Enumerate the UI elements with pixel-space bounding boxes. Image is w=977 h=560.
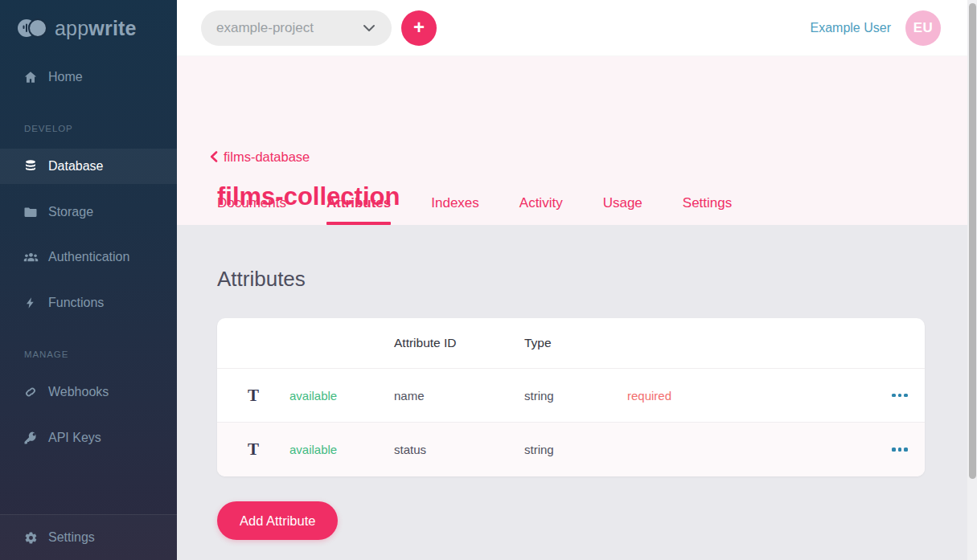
sidebar-item-authentication[interactable]: Authentication bbox=[0, 239, 177, 275]
app-window: appwrite Home DEVELOP Database bbox=[0, 0, 977, 560]
topbar: example-project + Example User EU bbox=[177, 0, 967, 56]
user-menu-name[interactable]: Example User bbox=[811, 21, 891, 35]
tab-usage[interactable]: Usage bbox=[603, 181, 642, 225]
scrollbar-thumb[interactable] bbox=[969, 3, 976, 479]
sidebar-section-manage: MANAGE bbox=[24, 346, 68, 362]
table-row: T available status string bbox=[217, 422, 925, 476]
type-cell: string bbox=[524, 389, 627, 403]
attribute-id-cell: name bbox=[394, 389, 524, 403]
sidebar-item-label: API Keys bbox=[48, 431, 101, 445]
table-row: T available name string required bbox=[217, 368, 925, 422]
header-cell-type: Type bbox=[524, 336, 627, 350]
appwrite-logo-text: appwrite bbox=[55, 17, 137, 40]
status-badge: available bbox=[289, 389, 394, 403]
project-selector[interactable]: example-project bbox=[201, 10, 392, 46]
chevron-left-icon bbox=[209, 151, 219, 162]
sidebar-item-label: Webhooks bbox=[48, 385, 109, 399]
sidebar-item-label: Storage bbox=[48, 205, 93, 219]
attribute-id-cell: status bbox=[394, 443, 524, 456]
bolt-icon bbox=[23, 295, 39, 311]
sidebar-item-api-keys[interactable]: API Keys bbox=[0, 420, 177, 456]
table-header-row: Attribute ID Type bbox=[217, 318, 925, 368]
project-selector-value: example-project bbox=[216, 20, 314, 36]
text-T-icon: T bbox=[248, 386, 259, 406]
sidebar: appwrite Home DEVELOP Database bbox=[0, 0, 177, 560]
house-icon bbox=[23, 69, 39, 85]
sidebar-item-settings[interactable]: Settings bbox=[0, 520, 177, 555]
gear-icon bbox=[23, 529, 39, 546]
brand-bold: write bbox=[88, 17, 136, 39]
type-cell: string bbox=[524, 443, 627, 456]
section-title: Attributes bbox=[217, 267, 306, 292]
required-flag: required bbox=[627, 389, 875, 403]
ellipsis-icon bbox=[892, 448, 896, 452]
sidebar-item-database[interactable]: Database bbox=[0, 149, 177, 184]
sidebar-item-webhooks[interactable]: Webhooks bbox=[0, 374, 177, 410]
tab-activity[interactable]: Activity bbox=[519, 181, 563, 225]
sidebar-item-functions[interactable]: Functions bbox=[0, 285, 177, 321]
attributes-table: Attribute ID Type T available name strin… bbox=[217, 318, 925, 476]
sidebar-item-label: Functions bbox=[48, 296, 104, 310]
row-actions-button[interactable] bbox=[889, 443, 911, 456]
breadcrumb-label: films-database bbox=[224, 149, 310, 165]
appwrite-logo-icon bbox=[16, 17, 48, 39]
avatar[interactable]: EU bbox=[905, 10, 941, 46]
collection-tabs: Documents Attributes Indexes Activity Us… bbox=[217, 181, 732, 225]
tab-attributes[interactable]: Attributes bbox=[326, 181, 391, 225]
tab-documents[interactable]: Documents bbox=[217, 181, 286, 225]
link-icon bbox=[23, 384, 39, 400]
users-icon bbox=[23, 249, 39, 265]
row-actions-button[interactable] bbox=[889, 389, 911, 403]
brand-light: app bbox=[55, 17, 88, 39]
breadcrumb[interactable]: films-database bbox=[209, 147, 310, 166]
add-project-button[interactable]: + bbox=[401, 10, 437, 46]
key-icon bbox=[23, 430, 39, 446]
tab-settings[interactable]: Settings bbox=[683, 181, 732, 225]
sidebar-item-home[interactable]: Home bbox=[0, 59, 177, 95]
chevron-down-icon bbox=[363, 24, 376, 32]
sidebar-section-develop: DEVELOP bbox=[24, 121, 73, 137]
status-badge: available bbox=[289, 443, 394, 456]
text-T-icon: T bbox=[248, 439, 259, 460]
ellipsis-icon bbox=[892, 394, 896, 398]
database-icon bbox=[23, 158, 39, 174]
sidebar-item-label: Home bbox=[48, 70, 83, 84]
sidebar-item-storage[interactable]: Storage bbox=[0, 194, 177, 230]
tab-indexes[interactable]: Indexes bbox=[431, 181, 479, 225]
folder-icon bbox=[23, 204, 39, 220]
appwrite-logo[interactable]: appwrite bbox=[16, 14, 137, 42]
sidebar-footer: Settings bbox=[0, 514, 177, 560]
collection-header: films-database films-collection Document… bbox=[177, 56, 967, 225]
sidebar-item-label: Settings bbox=[48, 530, 95, 545]
sidebar-item-label: Authentication bbox=[48, 250, 129, 264]
sidebar-item-label: Database bbox=[48, 159, 104, 174]
add-attribute-button[interactable]: Add Attribute bbox=[217, 501, 338, 540]
scrollbar[interactable] bbox=[967, 0, 977, 560]
header-cell-attribute-id: Attribute ID bbox=[394, 336, 524, 350]
main-content: Attributes Attribute ID Type T available… bbox=[177, 225, 967, 560]
